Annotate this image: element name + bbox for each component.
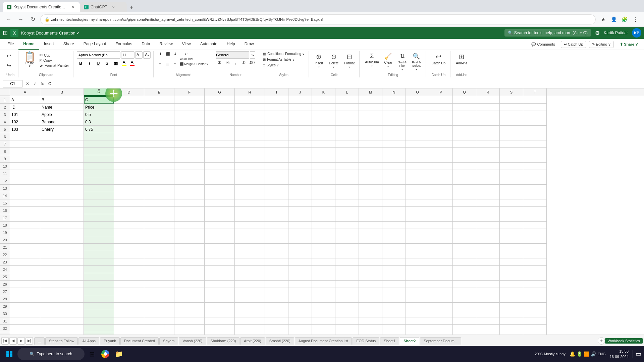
cell-T16[interactable]	[523, 207, 547, 214]
cell-L31[interactable]	[335, 317, 359, 325]
cell-C30[interactable]	[84, 310, 114, 317]
cell-I26[interactable]	[265, 281, 288, 288]
cell-G15[interactable]	[205, 199, 235, 207]
tab-file[interactable]: File	[3, 39, 18, 50]
profile-button[interactable]: 👤	[609, 15, 619, 24]
cell-N4[interactable]	[382, 118, 406, 126]
cell-R22[interactable]	[476, 251, 500, 258]
cell-O3[interactable]	[406, 111, 429, 118]
cell-O2[interactable]	[406, 104, 429, 111]
cell-J21[interactable]	[288, 244, 312, 251]
cell-F4[interactable]	[174, 118, 205, 126]
cell-N12[interactable]	[382, 177, 406, 185]
cell-J2[interactable]	[288, 104, 312, 111]
cell-N30[interactable]	[382, 310, 406, 317]
cell-S17[interactable]	[500, 214, 523, 222]
taskbar-task-view[interactable]: ⊞	[86, 348, 98, 360]
row-number-2[interactable]: 2	[0, 104, 10, 111]
sheet-tab-shyam[interactable]: Shyam	[159, 337, 178, 345]
cell-A28[interactable]	[10, 295, 40, 303]
taskbar-file-explorer[interactable]: 📁	[113, 348, 125, 360]
cell-F26[interactable]	[174, 281, 205, 288]
undo-button[interactable]: ↩	[5, 51, 15, 60]
row-number-7[interactable]: 7	[0, 140, 10, 148]
cell-T6[interactable]	[523, 133, 547, 140]
cell-T1[interactable]	[523, 96, 547, 104]
cell-H33[interactable]	[235, 332, 265, 335]
cell-D32[interactable]	[114, 325, 144, 332]
sheet-tab-eod-status[interactable]: EOD Status	[353, 337, 379, 345]
cell-R4[interactable]	[476, 118, 500, 126]
cell-R16[interactable]	[476, 207, 500, 214]
cell-K22[interactable]	[312, 251, 335, 258]
align-left-button[interactable]: ≡	[157, 62, 164, 67]
cell-F3[interactable]	[174, 111, 205, 118]
cell-T32[interactable]	[523, 325, 547, 332]
cell-B8[interactable]	[40, 148, 84, 155]
cell-A19[interactable]	[10, 229, 40, 236]
row-number-16[interactable]: 16	[0, 207, 10, 214]
cell-T30[interactable]	[523, 310, 547, 317]
cell-G11[interactable]	[205, 170, 235, 177]
cell-T25[interactable]	[523, 273, 547, 281]
cell-P5[interactable]	[429, 126, 453, 133]
row-number-23[interactable]: 23	[0, 258, 10, 266]
cell-K17[interactable]	[312, 214, 335, 222]
cell-C25[interactable]	[84, 273, 114, 281]
cell-L6[interactable]	[335, 133, 359, 140]
cell-I32[interactable]	[265, 325, 288, 332]
cell-G7[interactable]	[205, 140, 235, 148]
increase-decimal-button[interactable]: .0	[240, 59, 247, 66]
cell-A31[interactable]	[10, 317, 40, 325]
cell-L26[interactable]	[335, 281, 359, 288]
col-header-c[interactable]: ⠿ C	[84, 88, 114, 96]
cell-O27[interactable]	[406, 288, 429, 295]
cell-R5[interactable]	[476, 126, 500, 133]
cell-E12[interactable]	[144, 177, 174, 185]
cell-K24[interactable]	[312, 266, 335, 273]
copy-button[interactable]: ⎘ Copy	[38, 58, 53, 63]
cell-A29[interactable]	[10, 303, 40, 310]
cell-I18[interactable]	[265, 222, 288, 229]
cell-Q12[interactable]	[453, 177, 476, 185]
cell-G28[interactable]	[205, 295, 235, 303]
cell-B23[interactable]	[40, 258, 84, 266]
cell-O13[interactable]	[406, 185, 429, 192]
cell-L28[interactable]	[335, 295, 359, 303]
cell-N14[interactable]	[382, 192, 406, 199]
cell-H24[interactable]	[235, 266, 265, 273]
cell-A21[interactable]	[10, 244, 40, 251]
cell-N13[interactable]	[382, 185, 406, 192]
waffle-icon[interactable]: ⊞	[3, 29, 8, 37]
cell-K7[interactable]	[312, 140, 335, 148]
cell-I20[interactable]	[265, 236, 288, 244]
cell-P3[interactable]	[429, 111, 453, 118]
cell-P33[interactable]	[429, 332, 453, 335]
cell-J32[interactable]	[288, 325, 312, 332]
cell-O19[interactable]	[406, 229, 429, 236]
cell-K27[interactable]	[312, 288, 335, 295]
cell-K31[interactable]	[312, 317, 335, 325]
cell-P29[interactable]	[429, 303, 453, 310]
cell-J28[interactable]	[288, 295, 312, 303]
cell-G21[interactable]	[205, 244, 235, 251]
cell-D18[interactable]	[114, 222, 144, 229]
cell-S15[interactable]	[500, 199, 523, 207]
cell-K13[interactable]	[312, 185, 335, 192]
cell-R19[interactable]	[476, 229, 500, 236]
cell-T24[interactable]	[523, 266, 547, 273]
cell-O21[interactable]	[406, 244, 429, 251]
cell-A33[interactable]	[10, 332, 40, 335]
cell-E10[interactable]	[144, 163, 174, 170]
cell-L9[interactable]	[335, 155, 359, 163]
cell-A3[interactable]: 101	[10, 111, 40, 118]
cell-R12[interactable]	[476, 177, 500, 185]
row-number-28[interactable]: 28	[0, 295, 10, 303]
cell-M18[interactable]	[359, 222, 382, 229]
cell-T14[interactable]	[523, 192, 547, 199]
cell-S10[interactable]	[500, 163, 523, 170]
cell-S7[interactable]	[500, 140, 523, 148]
excel-tab-close[interactable]: ✕	[70, 4, 76, 10]
cell-S22[interactable]	[500, 251, 523, 258]
cell-N20[interactable]	[382, 236, 406, 244]
